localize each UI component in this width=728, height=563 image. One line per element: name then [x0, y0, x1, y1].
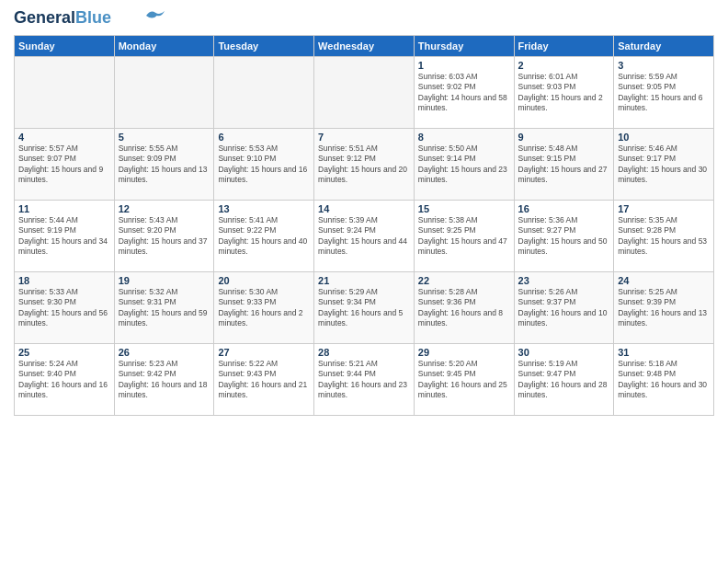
day-number: 12	[119, 203, 210, 214]
day-number: 25	[18, 347, 110, 358]
day-info: Sunrise: 5:29 AMSunset: 9:34 PMDaylight:…	[318, 287, 410, 329]
day-info: Sunrise: 5:35 AMSunset: 9:28 PMDaylight:…	[618, 215, 710, 258]
day-info: Sunrise: 6:03 AMSunset: 9:02 PMDaylight:…	[418, 72, 510, 114]
calendar-cell: 7Sunrise: 5:51 AMSunset: 9:12 PMDaylight…	[314, 128, 415, 200]
logo-icon	[146, 9, 165, 22]
day-number: 2	[518, 60, 610, 71]
day-number: 24	[618, 275, 710, 286]
day-info: Sunrise: 5:20 AMSunset: 9:45 PMDaylight:…	[418, 359, 510, 401]
logo: GeneralBlue	[14, 9, 165, 28]
day-number: 29	[418, 347, 510, 358]
day-info: Sunrise: 5:43 AMSunset: 9:20 PMDaylight:…	[119, 215, 210, 258]
day-info: Sunrise: 5:44 AMSunset: 9:19 PMDaylight:…	[18, 215, 110, 258]
calendar-cell: 23Sunrise: 5:26 AMSunset: 9:37 PMDayligh…	[514, 271, 614, 343]
header-row: SundayMondayTuesdayWednesdayThursdayFrid…	[15, 35, 714, 56]
day-info: Sunrise: 5:19 AMSunset: 9:47 PMDaylight:…	[518, 359, 610, 401]
day-info: Sunrise: 5:21 AMSunset: 9:44 PMDaylight:…	[318, 359, 410, 401]
day-number: 17	[618, 203, 710, 214]
day-number: 11	[18, 203, 110, 214]
day-info: Sunrise: 5:57 AMSunset: 9:07 PMDaylight:…	[18, 144, 110, 186]
day-info: Sunrise: 5:59 AMSunset: 9:05 PMDaylight:…	[618, 72, 710, 114]
calendar-cell: 28Sunrise: 5:21 AMSunset: 9:44 PMDayligh…	[314, 343, 415, 415]
weekday-header-monday: Monday	[114, 35, 214, 56]
day-number: 20	[218, 275, 310, 286]
week-row-2: 4Sunrise: 5:57 AMSunset: 9:07 PMDaylight…	[15, 128, 714, 200]
day-number: 3	[618, 60, 710, 71]
day-info: Sunrise: 5:32 AMSunset: 9:31 PMDaylight:…	[119, 287, 210, 329]
weekday-header-wednesday: Wednesday	[314, 35, 415, 56]
day-number: 23	[518, 275, 610, 286]
calendar-cell: 14Sunrise: 5:39 AMSunset: 9:24 PMDayligh…	[314, 200, 415, 271]
day-number: 6	[218, 132, 310, 143]
day-number: 8	[418, 132, 510, 143]
day-number: 16	[518, 203, 610, 214]
calendar-cell	[15, 56, 115, 128]
calendar-cell: 1Sunrise: 6:03 AMSunset: 9:02 PMDaylight…	[414, 56, 514, 128]
calendar-cell	[214, 56, 314, 128]
week-row-1: 1Sunrise: 6:03 AMSunset: 9:02 PMDaylight…	[15, 56, 714, 128]
day-number: 19	[119, 275, 210, 286]
day-info: Sunrise: 5:51 AMSunset: 9:12 PMDaylight:…	[318, 144, 410, 186]
calendar-cell: 4Sunrise: 5:57 AMSunset: 9:07 PMDaylight…	[15, 128, 115, 200]
day-number: 22	[418, 275, 510, 286]
calendar-cell: 22Sunrise: 5:28 AMSunset: 9:36 PMDayligh…	[414, 271, 514, 343]
day-info: Sunrise: 5:26 AMSunset: 9:37 PMDaylight:…	[518, 287, 610, 329]
week-row-5: 25Sunrise: 5:24 AMSunset: 9:40 PMDayligh…	[15, 343, 714, 415]
week-row-3: 11Sunrise: 5:44 AMSunset: 9:19 PMDayligh…	[15, 200, 714, 271]
calendar-table: SundayMondayTuesdayWednesdayThursdayFrid…	[14, 35, 714, 416]
weekday-header-saturday: Saturday	[614, 35, 714, 56]
calendar-cell: 10Sunrise: 5:46 AMSunset: 9:17 PMDayligh…	[614, 128, 714, 200]
day-number: 4	[18, 132, 110, 143]
day-number: 1	[418, 60, 510, 71]
day-info: Sunrise: 5:53 AMSunset: 9:10 PMDaylight:…	[218, 144, 310, 186]
day-number: 27	[218, 347, 310, 358]
day-info: Sunrise: 5:50 AMSunset: 9:14 PMDaylight:…	[418, 144, 510, 186]
day-info: Sunrise: 5:36 AMSunset: 9:27 PMDaylight:…	[518, 215, 610, 258]
weekday-header-tuesday: Tuesday	[214, 35, 314, 56]
calendar-cell: 12Sunrise: 5:43 AMSunset: 9:20 PMDayligh…	[114, 200, 214, 271]
header: GeneralBlue	[14, 9, 714, 28]
main-container: GeneralBlue SundayMondayTuesdayWednesday…	[0, 0, 728, 420]
day-info: Sunrise: 5:18 AMSunset: 9:48 PMDaylight:…	[618, 359, 710, 401]
day-info: Sunrise: 5:24 AMSunset: 9:40 PMDaylight:…	[18, 359, 110, 401]
calendar-cell: 26Sunrise: 5:23 AMSunset: 9:42 PMDayligh…	[114, 343, 214, 415]
weekday-header-friday: Friday	[514, 35, 614, 56]
calendar-cell: 21Sunrise: 5:29 AMSunset: 9:34 PMDayligh…	[314, 271, 415, 343]
calendar-cell: 8Sunrise: 5:50 AMSunset: 9:14 PMDaylight…	[414, 128, 514, 200]
calendar-cell: 16Sunrise: 5:36 AMSunset: 9:27 PMDayligh…	[514, 200, 614, 271]
day-info: Sunrise: 5:33 AMSunset: 9:30 PMDaylight:…	[18, 287, 110, 329]
day-number: 26	[119, 347, 210, 358]
day-number: 18	[18, 275, 110, 286]
calendar-cell: 17Sunrise: 5:35 AMSunset: 9:28 PMDayligh…	[614, 200, 714, 271]
day-info: Sunrise: 5:28 AMSunset: 9:36 PMDaylight:…	[418, 287, 510, 329]
day-number: 7	[318, 132, 410, 143]
calendar-cell: 6Sunrise: 5:53 AMSunset: 9:10 PMDaylight…	[214, 128, 314, 200]
weekday-header-sunday: Sunday	[15, 35, 115, 56]
day-number: 5	[119, 132, 210, 143]
week-row-4: 18Sunrise: 5:33 AMSunset: 9:30 PMDayligh…	[15, 271, 714, 343]
calendar-cell: 29Sunrise: 5:20 AMSunset: 9:45 PMDayligh…	[414, 343, 514, 415]
day-info: Sunrise: 5:30 AMSunset: 9:33 PMDaylight:…	[218, 287, 310, 329]
calendar-cell: 13Sunrise: 5:41 AMSunset: 9:22 PMDayligh…	[214, 200, 314, 271]
calendar-cell: 20Sunrise: 5:30 AMSunset: 9:33 PMDayligh…	[214, 271, 314, 343]
calendar-cell: 25Sunrise: 5:24 AMSunset: 9:40 PMDayligh…	[15, 343, 115, 415]
day-info: Sunrise: 5:22 AMSunset: 9:43 PMDaylight:…	[218, 359, 310, 401]
logo-text: GeneralBlue	[14, 9, 111, 28]
day-number: 9	[518, 132, 610, 143]
day-info: Sunrise: 5:25 AMSunset: 9:39 PMDaylight:…	[618, 287, 710, 329]
day-number: 21	[318, 275, 410, 286]
day-info: Sunrise: 5:55 AMSunset: 9:09 PMDaylight:…	[119, 144, 210, 186]
calendar-cell: 3Sunrise: 5:59 AMSunset: 9:05 PMDaylight…	[614, 56, 714, 128]
calendar-cell: 9Sunrise: 5:48 AMSunset: 9:15 PMDaylight…	[514, 128, 614, 200]
day-number: 31	[618, 347, 710, 358]
day-info: Sunrise: 5:48 AMSunset: 9:15 PMDaylight:…	[518, 144, 610, 186]
day-number: 13	[218, 203, 310, 214]
calendar-cell: 2Sunrise: 6:01 AMSunset: 9:03 PMDaylight…	[514, 56, 614, 128]
day-info: Sunrise: 6:01 AMSunset: 9:03 PMDaylight:…	[518, 72, 610, 114]
day-number: 30	[518, 347, 610, 358]
day-info: Sunrise: 5:39 AMSunset: 9:24 PMDaylight:…	[318, 215, 410, 258]
calendar-cell: 30Sunrise: 5:19 AMSunset: 9:47 PMDayligh…	[514, 343, 614, 415]
calendar-cell: 11Sunrise: 5:44 AMSunset: 9:19 PMDayligh…	[15, 200, 115, 271]
calendar-cell	[114, 56, 214, 128]
day-info: Sunrise: 5:41 AMSunset: 9:22 PMDaylight:…	[218, 215, 310, 258]
